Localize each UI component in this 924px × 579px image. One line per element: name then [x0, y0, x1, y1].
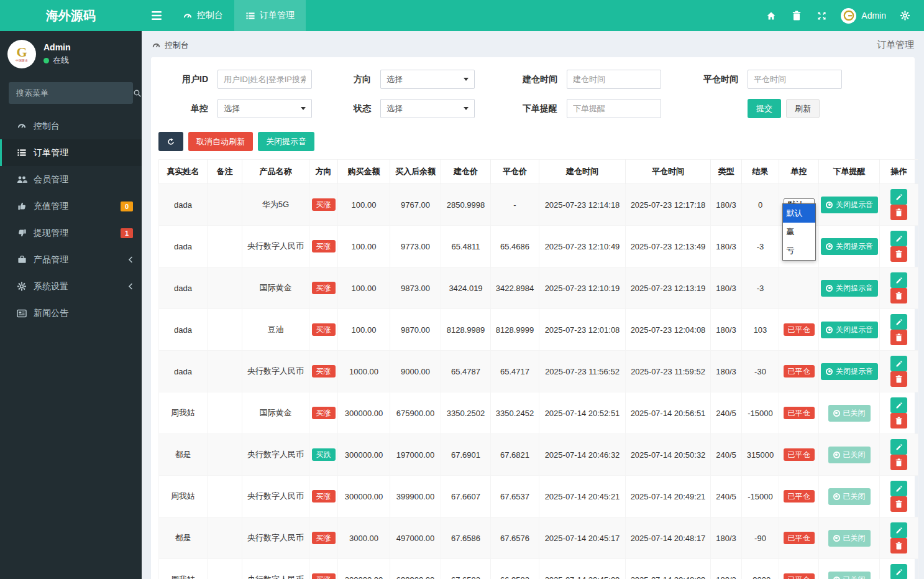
user-menu[interactable]: Admin	[835, 8, 892, 24]
orders-panel: 用户ID 方向 选择 建仓时间 平仓时间	[151, 57, 915, 579]
edit-button[interactable]	[890, 564, 907, 579]
edit-button[interactable]	[890, 397, 907, 413]
delete-button[interactable]	[890, 246, 907, 262]
gears-icon	[900, 11, 910, 21]
reminder-button-label: 已关闭	[843, 491, 866, 502]
search-button[interactable]	[133, 89, 142, 98]
cell-real-name: 周我姑	[159, 392, 208, 434]
reminder-button[interactable]: 关闭提示音	[821, 238, 878, 255]
reminder-button[interactable]: 已关闭	[828, 447, 871, 463]
reminder-button[interactable]: 已关闭	[828, 488, 871, 505]
user-id-input[interactable]	[217, 70, 312, 89]
direction-badge: 买涨	[312, 323, 336, 336]
direction-badge: 买涨	[312, 282, 336, 294]
reminder-button[interactable]: 关闭提示音	[821, 280, 878, 297]
home-button[interactable]	[758, 0, 784, 31]
submit-button[interactable]: 提交	[748, 99, 781, 118]
reminder-button[interactable]: 已关闭	[828, 572, 871, 579]
sidebar-item-dashboard[interactable]: 控制台	[0, 113, 142, 139]
delete-button[interactable]	[890, 330, 907, 345]
cell-real-name: 都是	[159, 434, 208, 476]
sidebar-item-members[interactable]: 会员管理	[0, 166, 142, 193]
dropdown-option[interactable]: 默认	[783, 204, 815, 223]
cell-balance: 9873.00	[390, 267, 441, 309]
reminder-button-label: 已关闭	[843, 575, 866, 579]
status-select-value: 选择	[387, 103, 403, 114]
clear-cache-button[interactable]	[784, 0, 809, 31]
sidebar-item-deposits[interactable]: 充值管理 0	[0, 193, 142, 220]
delete-button[interactable]	[890, 496, 907, 512]
delete-button[interactable]	[890, 205, 907, 220]
direction-select[interactable]: 选择	[380, 70, 475, 89]
edit-button[interactable]	[890, 314, 907, 330]
trash-icon	[895, 208, 902, 216]
closed-position-badge: 已平仓	[784, 448, 815, 461]
delete-button[interactable]	[890, 371, 907, 387]
dot-circle-icon	[833, 577, 840, 579]
dropdown-option[interactable]: 赢	[783, 223, 815, 241]
users-icon	[16, 175, 28, 184]
cell-direction: 买涨	[309, 351, 338, 392]
mute-all-button[interactable]: 关闭提示音	[258, 132, 314, 151]
brand-logo[interactable]: 海外源码	[0, 0, 142, 31]
control-filter-select[interactable]: 选择	[217, 99, 312, 118]
dot-circle-icon	[833, 452, 840, 458]
cancel-auto-refresh-button[interactable]: 取消自动刷新	[188, 132, 253, 151]
edit-button[interactable]	[890, 189, 907, 205]
cell-result: -90	[742, 517, 779, 559]
sidebar-item-news[interactable]: 新闻公告	[0, 300, 142, 327]
edit-button[interactable]	[890, 481, 907, 496]
table-row: dada央行数字人民币买涨1000.009000.0065.478765.471…	[159, 351, 918, 392]
status-select[interactable]: 选择	[380, 99, 475, 118]
control-dropdown: 默认赢亏	[782, 203, 816, 261]
reminder-input[interactable]	[567, 99, 661, 118]
reminder-button[interactable]: 关闭提示音	[821, 197, 878, 213]
dot-circle-icon	[826, 243, 833, 250]
delete-button[interactable]	[890, 288, 907, 303]
cell-open-time: 2025-07-14 20:45:21	[539, 476, 626, 517]
edit-button[interactable]	[890, 356, 907, 371]
cell-close-time: 2025-07-14 20:48:09	[626, 559, 711, 579]
dropdown-option[interactable]: 亏	[783, 241, 815, 260]
edit-button[interactable]	[890, 231, 907, 246]
reminder-button[interactable]: 关闭提示音	[821, 363, 878, 380]
nav-tab-dashboard[interactable]: 控制台	[172, 0, 234, 31]
reminder-button[interactable]: 已关闭	[828, 530, 871, 547]
cell-note	[208, 226, 242, 267]
cell-type: 180/3	[711, 184, 742, 226]
cell-product: 国际黄金	[242, 267, 309, 309]
fullscreen-button[interactable]	[809, 0, 835, 31]
delete-button[interactable]	[890, 413, 907, 428]
pencil-icon	[895, 568, 903, 576]
sidebar-item-settings[interactable]: 系统设置	[0, 273, 142, 300]
edit-button[interactable]	[890, 272, 907, 288]
edit-button[interactable]	[890, 439, 907, 455]
settings-button[interactable]	[892, 0, 918, 31]
delete-button[interactable]	[890, 455, 907, 470]
hamburger-icon	[152, 11, 162, 20]
refresh-button[interactable]: 刷新	[786, 99, 820, 118]
open-time-input[interactable]	[567, 70, 661, 89]
cell-balance: 9000.00	[390, 351, 441, 392]
sidebar-item-label: 会员管理	[34, 174, 68, 185]
delete-button[interactable]	[890, 538, 907, 554]
reminder-button[interactable]: 关闭提示音	[821, 322, 878, 338]
breadcrumb[interactable]: 控制台	[152, 40, 189, 51]
sidebar-search-input[interactable]	[9, 88, 133, 98]
closed-position-badge: 已平仓	[784, 573, 815, 579]
top-navbar: 海外源码 控制台 订单管理	[0, 0, 924, 31]
reminder-button[interactable]: 已关闭	[828, 405, 871, 422]
refresh-table-button[interactable]	[158, 132, 183, 151]
cell-close-time: 2025-07-14 20:49:21	[626, 476, 711, 517]
sidebar-item-orders[interactable]: 订单管理	[0, 139, 142, 166]
close-time-input[interactable]	[748, 70, 842, 89]
sidebar-item-withdrawals[interactable]: 提现管理 1	[0, 220, 142, 246]
sidebar-item-label: 订单管理	[34, 147, 68, 159]
reminder-button-label: 关闭提示音	[836, 325, 873, 335]
cell-product: 央行数字人民币	[242, 517, 309, 559]
edit-button[interactable]	[890, 522, 907, 538]
sidebar-toggle-button[interactable]	[142, 0, 172, 31]
sidebar-item-products[interactable]: 产品管理	[0, 246, 142, 273]
nav-tab-orders[interactable]: 订单管理	[234, 0, 306, 31]
column-header: 真实姓名	[159, 160, 208, 184]
